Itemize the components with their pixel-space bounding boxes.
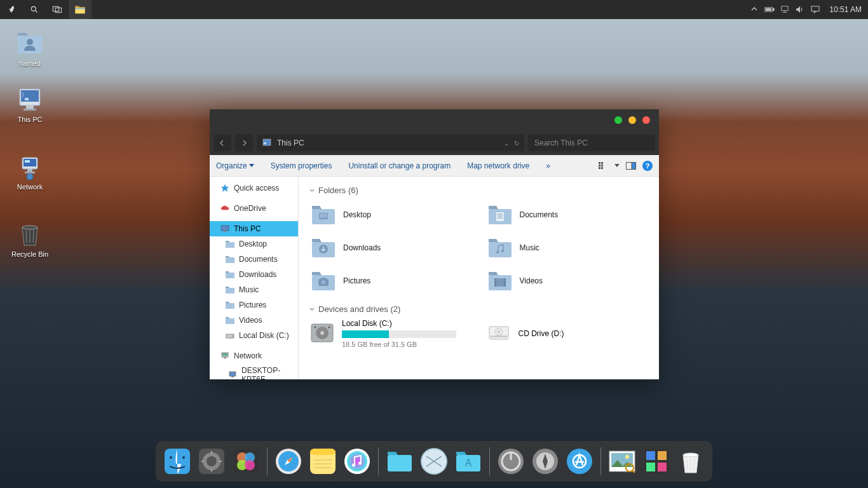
address-bar[interactable]: This PC ⌄ ↻ (257, 135, 524, 151)
desktop-icon-network[interactable]: Network (8, 152, 52, 191)
svg-rect-9 (782, 6, 788, 11)
sidebar-desktop[interactable]: Desktop (210, 236, 298, 252)
sidebar-network[interactable]: Network (210, 348, 298, 363)
dock-appstore[interactable] (564, 446, 595, 477)
svg-rect-78 (504, 278, 506, 287)
dock-separator (378, 447, 379, 475)
sidebar-videos[interactable]: Videos (210, 313, 298, 328)
sidebar-downloads[interactable]: Downloads (210, 267, 298, 282)
network-tray-icon[interactable] (780, 4, 790, 15)
dock-power[interactable] (496, 446, 526, 477)
sidebar-thispc[interactable]: This PC (210, 221, 298, 236)
task-view-button[interactable] (46, 0, 69, 19)
svg-rect-139 (658, 463, 667, 471)
drive-label: Local Disk (C:) (342, 319, 473, 328)
svg-rect-8 (766, 8, 771, 10)
start-button[interactable] (0, 0, 23, 19)
dock-trash[interactable] (675, 446, 706, 477)
taskbar-clock[interactable]: 10:51 AM (825, 5, 862, 14)
drives-group-header[interactable]: Devices and drives (2) (309, 304, 649, 314)
dock-folder-2[interactable]: A (453, 446, 484, 477)
preview-pane-button[interactable] (626, 161, 636, 171)
dock-folder-1[interactable] (384, 446, 415, 477)
dock-missioncontrol[interactable] (641, 446, 672, 477)
minimize-button[interactable] (614, 116, 622, 124)
more-commands-button[interactable]: » (546, 161, 550, 170)
back-button[interactable] (214, 135, 231, 151)
sidebar-localdisk[interactable]: Local Disk (C:) (210, 328, 298, 343)
dock-notes[interactable] (308, 446, 338, 477)
folder-videos[interactable]: Videos (485, 266, 649, 295)
svg-rect-37 (599, 167, 600, 169)
dock: A (156, 441, 712, 482)
star-icon (220, 183, 230, 193)
dock-elcapitan[interactable] (419, 446, 449, 477)
search-input[interactable]: Search This PC (528, 135, 655, 151)
help-button[interactable]: ? (642, 161, 653, 171)
drive-local-c[interactable]: Local Disk (C:) 18.5 GB free of 31.5 GB (309, 319, 473, 348)
breadcrumb-dropdown-icon[interactable]: ⌄ (504, 140, 509, 147)
search-button[interactable] (23, 0, 46, 19)
dock-itunes[interactable] (342, 446, 372, 477)
folder-pictures[interactable]: Pictures (309, 266, 473, 295)
map-drive-button[interactable]: Map network drive (467, 161, 529, 170)
desktop-icon-label: Network (8, 183, 52, 191)
volume-icon[interactable] (795, 4, 805, 15)
folder-downloads[interactable]: Downloads (309, 233, 473, 262)
maximize-button[interactable] (628, 116, 636, 124)
dock-settings[interactable] (196, 446, 227, 477)
sidebar-network-host[interactable]: DESKTOP-KPT6F (210, 363, 298, 379)
dock-gamecenter[interactable] (231, 446, 261, 477)
system-properties-button[interactable]: System properties (271, 161, 332, 170)
view-options-button[interactable] (598, 161, 608, 171)
dock-launchpad[interactable] (530, 446, 560, 477)
refresh-icon[interactable]: ↻ (514, 140, 519, 147)
close-button[interactable] (642, 116, 650, 124)
desktop-icon-recyclebin[interactable]: Recycle Bin (8, 220, 52, 258)
dock-photos[interactable] (607, 446, 637, 477)
taskbar: 10:51 AM (0, 0, 868, 19)
folder-documents[interactable]: Documents (485, 200, 649, 229)
dock-safari[interactable] (273, 446, 304, 477)
sidebar-quickaccess[interactable]: Quick access (210, 180, 298, 196)
svg-rect-62 (496, 212, 504, 221)
file-explorer-taskbar[interactable] (69, 0, 92, 19)
dock-finder[interactable] (162, 446, 193, 477)
desktop-icon-label: This PC (8, 116, 52, 123)
folder-icon (225, 254, 235, 264)
desktop-icon-user[interactable]: hamed (8, 29, 52, 67)
svg-point-140 (683, 453, 698, 457)
drive-cd-d[interactable]: CD Drive (D:) (485, 319, 649, 348)
titlebar[interactable] (210, 109, 659, 131)
svg-point-25 (27, 173, 33, 180)
folders-group-header[interactable]: Folders (6) (309, 186, 649, 195)
battery-icon[interactable] (764, 4, 775, 15)
content-pane: Folders (6) Desktop Documents Downloads … (299, 177, 659, 379)
svg-rect-138 (646, 463, 655, 471)
desktop-icon-thispc[interactable]: This PC (8, 85, 52, 123)
folder-large-icon (487, 201, 513, 228)
svg-rect-108 (310, 449, 336, 455)
sidebar-music[interactable]: Music (210, 282, 298, 297)
view-dropdown-icon[interactable] (614, 164, 620, 167)
svg-rect-34 (601, 162, 603, 164)
uninstall-button[interactable]: Uninstall or change a program (348, 161, 451, 170)
sidebar-pictures[interactable]: Pictures (210, 297, 298, 313)
svg-point-14 (27, 39, 33, 45)
svg-line-1 (35, 10, 37, 12)
tray-chevron-icon[interactable] (749, 4, 759, 15)
computer-icon (227, 370, 238, 379)
location-icon (262, 138, 272, 148)
folder-large-icon (310, 201, 337, 228)
organize-menu[interactable]: Organize (216, 161, 254, 170)
svg-rect-22 (25, 160, 30, 163)
folder-music[interactable]: Music (485, 233, 649, 262)
forward-button[interactable] (235, 135, 253, 151)
action-center-icon[interactable] (810, 4, 820, 15)
sidebar-onedrive[interactable]: OneDrive (210, 201, 298, 216)
svg-rect-50 (226, 318, 234, 324)
svg-point-102 (245, 460, 255, 470)
sidebar-documents[interactable]: Documents (210, 252, 298, 267)
folder-large-icon (310, 234, 337, 261)
folder-desktop[interactable]: Desktop (309, 200, 473, 229)
